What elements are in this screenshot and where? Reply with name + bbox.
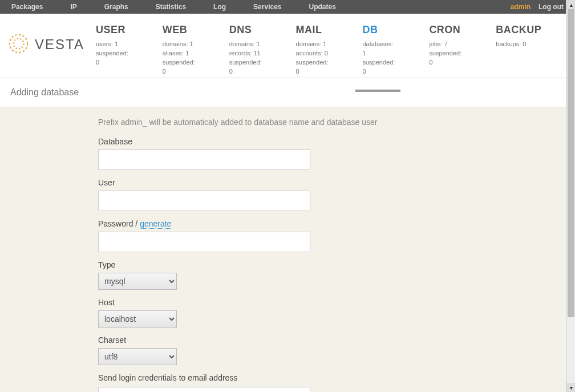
host-label: Host [98, 298, 575, 307]
nav-user-l2: suspended: 0 [96, 49, 128, 67]
svg-point-1 [14, 39, 24, 49]
topbar-right: admin Log out [511, 3, 564, 11]
logo[interactable]: VESTA [6, 14, 96, 58]
nav-mail[interactable]: MAIL domains: 1 accounts: 0 suspended: 0 [296, 14, 340, 76]
nav-dns-l2: records: 11 [229, 49, 262, 58]
nav-dns-l1: domains: 1 [229, 39, 262, 49]
nav-user[interactable]: USER users: 1 suspended: 0 [96, 14, 140, 76]
nav-db-l2: suspended: 0 [362, 58, 395, 76]
scroll-up-icon[interactable]: ▴ [566, 0, 575, 9]
main-nav: VESTA USER users: 1 suspended: 0 WEB dom… [0, 14, 575, 78]
logo-text: VESTA [35, 37, 84, 52]
type-label: Type [98, 260, 575, 269]
topbar: Packages IP Graphs Statistics Log Servic… [0, 0, 575, 14]
nav-mail-l3: suspended: 0 [296, 58, 329, 76]
field-type: Type mysql [98, 260, 575, 290]
nav-web-l3: suspended: 0 [163, 58, 195, 76]
nav-dns-title: DNS [229, 24, 262, 36]
nav-cron-l1: jobs: 7 [429, 39, 461, 49]
form-area: Prefix admin_ will be automaticaly added… [0, 107, 575, 392]
database-label: Database [98, 137, 575, 146]
svg-point-0 [10, 35, 28, 53]
database-input[interactable] [98, 149, 310, 170]
nav-backup-title: BACKUP [496, 24, 541, 36]
nav-user-title: USER [96, 24, 128, 36]
topbar-services[interactable]: Services [253, 3, 293, 11]
nav-web[interactable]: WEB domains: 1 aliases: 1 suspended: 0 [163, 14, 206, 76]
user-input[interactable] [98, 191, 310, 211]
type-select[interactable]: mysql [98, 273, 177, 290]
topbar-logout-link[interactable]: Log out [538, 3, 564, 11]
user-label: User [98, 178, 575, 187]
nav-backup-l1: backups: 0 [496, 39, 541, 49]
topbar-packages[interactable]: Packages [11, 3, 54, 11]
topbar-log[interactable]: Log [213, 3, 237, 11]
password-label: Password / generate [98, 219, 575, 228]
nav-db-l1: databases: 1 [362, 39, 395, 58]
charset-select[interactable]: utf8 [98, 348, 177, 365]
prefix-hint: Prefix admin_ will be automaticaly added… [98, 118, 575, 127]
topbar-graphs[interactable]: Graphs [104, 3, 140, 11]
scroll-down-icon[interactable]: ▾ [566, 383, 575, 392]
nav-web-l2: aliases: 1 [163, 49, 195, 58]
charset-label: Charset [98, 336, 575, 345]
nav-db-title: DB [362, 24, 395, 36]
nav-web-title: WEB [163, 24, 195, 36]
nav-db[interactable]: DB databases: 1 suspended: 0 [362, 14, 406, 76]
email-input[interactable] [98, 387, 310, 392]
topbar-ip[interactable]: IP [70, 3, 88, 11]
nav-backup[interactable]: BACKUP backups: 0 [496, 14, 553, 76]
field-password: Password / generate [98, 219, 575, 252]
field-email: Send login credentials to email address [98, 373, 575, 392]
topbar-left: Packages IP Graphs Statistics Log Servic… [11, 3, 363, 11]
password-label-prefix: Password / [98, 219, 140, 228]
field-host: Host localhost [98, 298, 575, 328]
topbar-statistics[interactable]: Statistics [156, 3, 197, 11]
page-title: Adding database [0, 78, 575, 107]
nav-mail-l1: domains: 1 [296, 39, 329, 49]
nav-dns-l3: suspended: 0 [229, 58, 262, 76]
nav-mail-l2: accounts: 0 [296, 49, 329, 58]
scrollbar[interactable]: ▴ ▾ [566, 0, 575, 392]
topbar-admin-link[interactable]: admin [511, 3, 531, 11]
nav-web-l1: domains: 1 [163, 39, 195, 49]
host-select[interactable]: localhost [98, 310, 177, 328]
nav-cron-title: CRON [429, 24, 461, 36]
password-input[interactable] [98, 232, 310, 252]
vesta-logo-icon [6, 31, 31, 58]
nav-mail-title: MAIL [296, 24, 329, 36]
field-user: User [98, 178, 575, 211]
email-label: Send login credentials to email address [98, 373, 575, 382]
nav-cron[interactable]: CRON jobs: 7 suspended: 0 [429, 14, 473, 76]
generate-link[interactable]: generate [140, 219, 171, 229]
nav-cron-l2: suspended: 0 [429, 49, 461, 67]
nav-user-l1: users: 1 [96, 39, 128, 49]
field-database: Database [98, 137, 575, 170]
nav-dns[interactable]: DNS domains: 1 records: 11 suspended: 0 [229, 14, 273, 76]
nav-categories: USER users: 1 suspended: 0 WEB domains: … [96, 14, 575, 76]
field-charset: Charset utf8 [98, 336, 575, 365]
topbar-updates[interactable]: Updates [309, 3, 347, 11]
scroll-thumb[interactable] [568, 9, 574, 317]
